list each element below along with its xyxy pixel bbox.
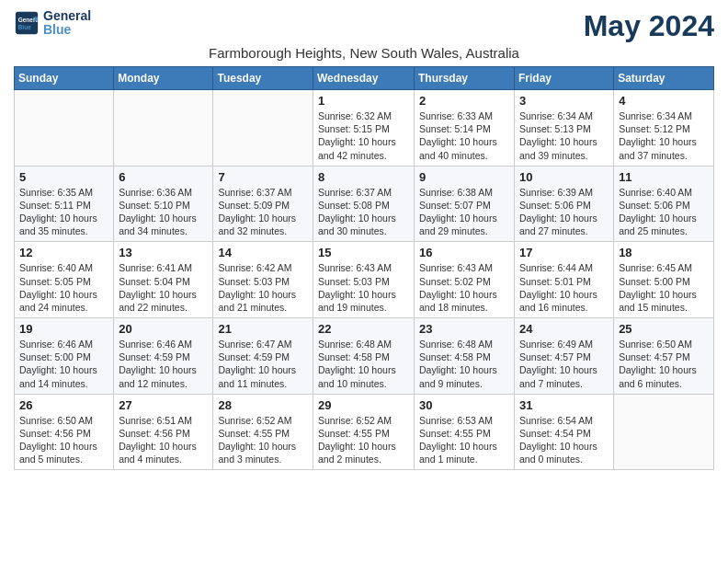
day-number: 25 [619, 322, 709, 336]
week-row-5: 26Sunrise: 6:50 AM Sunset: 4:56 PM Dayli… [15, 394, 714, 470]
day-number: 12 [19, 246, 108, 259]
day-number: 17 [519, 246, 609, 259]
day-number: 15 [318, 246, 409, 259]
day-content: Sunrise: 6:45 AM Sunset: 5:00 PM Dayligh… [619, 261, 709, 314]
week-row-4: 19Sunrise: 6:46 AM Sunset: 5:00 PM Dayli… [15, 318, 714, 395]
day-number: 4 [619, 94, 709, 108]
day-number: 31 [519, 398, 609, 412]
header-row: SundayMondayTuesdayWednesdayThursdayFrid… [15, 67, 714, 90]
logo: General Blue General Blue [14, 9, 91, 38]
day-number: 16 [419, 246, 509, 259]
header-saturday: Saturday [614, 67, 714, 90]
calendar-cell: 8Sunrise: 6:37 AM Sunset: 5:08 PM Daylig… [313, 166, 415, 242]
day-number: 7 [218, 170, 308, 184]
day-number: 20 [119, 322, 208, 336]
calendar-cell: 11Sunrise: 6:40 AM Sunset: 5:06 PM Dayli… [614, 166, 714, 242]
day-content: Sunrise: 6:40 AM Sunset: 5:06 PM Dayligh… [619, 186, 709, 238]
calendar-cell: 21Sunrise: 6:47 AM Sunset: 4:59 PM Dayli… [213, 318, 313, 395]
logo-text: General Blue [43, 9, 91, 38]
calendar-cell: 10Sunrise: 6:39 AM Sunset: 5:06 PM Dayli… [515, 166, 614, 242]
logo-icon: General Blue [14, 10, 40, 36]
header-monday: Monday [114, 67, 213, 90]
header-wednesday: Wednesday [313, 67, 415, 90]
day-content: Sunrise: 6:43 AM Sunset: 5:02 PM Dayligh… [419, 261, 509, 314]
day-number: 10 [519, 170, 609, 184]
day-content: Sunrise: 6:37 AM Sunset: 5:09 PM Dayligh… [218, 186, 308, 238]
calendar-cell: 13Sunrise: 6:41 AM Sunset: 5:04 PM Dayli… [114, 242, 213, 318]
day-content: Sunrise: 6:48 AM Sunset: 4:58 PM Dayligh… [318, 338, 409, 390]
day-content: Sunrise: 6:34 AM Sunset: 5:12 PM Dayligh… [619, 109, 709, 162]
day-content: Sunrise: 6:41 AM Sunset: 5:04 PM Dayligh… [119, 261, 208, 314]
header-friday: Friday [515, 67, 614, 90]
header-tuesday: Tuesday [213, 67, 313, 90]
day-number: 1 [318, 94, 409, 108]
day-content: Sunrise: 6:54 AM Sunset: 4:54 PM Dayligh… [519, 414, 609, 466]
day-number: 5 [19, 170, 108, 184]
day-content: Sunrise: 6:50 AM Sunset: 4:56 PM Dayligh… [19, 414, 108, 466]
day-content: Sunrise: 6:40 AM Sunset: 5:05 PM Dayligh… [19, 261, 108, 314]
day-number: 14 [218, 246, 308, 259]
week-row-1: 1Sunrise: 6:32 AM Sunset: 5:15 PM Daylig… [15, 90, 714, 167]
svg-text:Blue: Blue [18, 24, 31, 30]
day-number: 30 [419, 398, 509, 412]
day-number: 9 [419, 170, 509, 184]
day-number: 23 [419, 322, 509, 336]
calendar-cell: 6Sunrise: 6:36 AM Sunset: 5:10 PM Daylig… [114, 166, 213, 242]
day-number: 18 [619, 246, 709, 259]
calendar-cell [15, 90, 114, 167]
day-content: Sunrise: 6:49 AM Sunset: 4:57 PM Dayligh… [519, 338, 609, 390]
calendar-cell: 15Sunrise: 6:43 AM Sunset: 5:03 PM Dayli… [313, 242, 415, 318]
day-number: 3 [519, 94, 609, 108]
calendar-cell: 28Sunrise: 6:52 AM Sunset: 4:55 PM Dayli… [213, 394, 313, 470]
day-number: 22 [318, 322, 409, 336]
day-number: 29 [318, 398, 409, 412]
calendar-cell: 24Sunrise: 6:49 AM Sunset: 4:57 PM Dayli… [515, 318, 614, 395]
calendar-cell: 2Sunrise: 6:33 AM Sunset: 5:14 PM Daylig… [415, 90, 515, 167]
day-number: 28 [218, 398, 308, 412]
day-number: 24 [519, 322, 609, 336]
calendar-cell: 27Sunrise: 6:51 AM Sunset: 4:56 PM Dayli… [114, 394, 213, 470]
day-number: 13 [119, 246, 208, 259]
day-number: 19 [19, 322, 108, 336]
calendar-cell: 16Sunrise: 6:43 AM Sunset: 5:02 PM Dayli… [415, 242, 515, 318]
day-number: 2 [419, 94, 509, 108]
day-content: Sunrise: 6:33 AM Sunset: 5:14 PM Dayligh… [419, 109, 509, 162]
title-area: May 2024 [584, 9, 714, 43]
day-content: Sunrise: 6:51 AM Sunset: 4:56 PM Dayligh… [119, 414, 208, 466]
calendar-cell: 14Sunrise: 6:42 AM Sunset: 5:03 PM Dayli… [213, 242, 313, 318]
calendar-cell: 18Sunrise: 6:45 AM Sunset: 5:00 PM Dayli… [614, 242, 714, 318]
calendar-cell [114, 90, 213, 167]
day-content: Sunrise: 6:46 AM Sunset: 5:00 PM Dayligh… [19, 338, 108, 390]
calendar-table: SundayMondayTuesdayWednesdayThursdayFrid… [14, 66, 714, 470]
day-content: Sunrise: 6:38 AM Sunset: 5:07 PM Dayligh… [419, 186, 509, 238]
calendar-cell: 9Sunrise: 6:38 AM Sunset: 5:07 PM Daylig… [415, 166, 515, 242]
calendar-cell: 1Sunrise: 6:32 AM Sunset: 5:15 PM Daylig… [313, 90, 415, 167]
day-content: Sunrise: 6:48 AM Sunset: 4:58 PM Dayligh… [419, 338, 509, 390]
day-content: Sunrise: 6:39 AM Sunset: 5:06 PM Dayligh… [519, 186, 609, 238]
calendar-cell: 26Sunrise: 6:50 AM Sunset: 4:56 PM Dayli… [15, 394, 114, 470]
calendar-cell: 30Sunrise: 6:53 AM Sunset: 4:55 PM Dayli… [415, 394, 515, 470]
week-row-2: 5Sunrise: 6:35 AM Sunset: 5:11 PM Daylig… [15, 166, 714, 242]
calendar-cell [213, 90, 313, 167]
header-sunday: Sunday [15, 67, 114, 90]
calendar-cell: 4Sunrise: 6:34 AM Sunset: 5:12 PM Daylig… [614, 90, 714, 167]
calendar-cell: 25Sunrise: 6:50 AM Sunset: 4:57 PM Dayli… [614, 318, 714, 395]
day-content: Sunrise: 6:42 AM Sunset: 5:03 PM Dayligh… [218, 261, 308, 314]
page-header: General Blue General Blue May 2024 [14, 9, 714, 43]
main-title: May 2024 [584, 9, 714, 43]
day-content: Sunrise: 6:35 AM Sunset: 5:11 PM Dayligh… [19, 186, 108, 238]
calendar-cell: 3Sunrise: 6:34 AM Sunset: 5:13 PM Daylig… [515, 90, 614, 167]
day-content: Sunrise: 6:32 AM Sunset: 5:15 PM Dayligh… [318, 109, 409, 162]
calendar-cell: 5Sunrise: 6:35 AM Sunset: 5:11 PM Daylig… [15, 166, 114, 242]
day-content: Sunrise: 6:52 AM Sunset: 4:55 PM Dayligh… [318, 414, 409, 466]
day-content: Sunrise: 6:53 AM Sunset: 4:55 PM Dayligh… [419, 414, 509, 466]
day-content: Sunrise: 6:46 AM Sunset: 4:59 PM Dayligh… [119, 338, 208, 390]
calendar-cell: 23Sunrise: 6:48 AM Sunset: 4:58 PM Dayli… [415, 318, 515, 395]
calendar-cell: 29Sunrise: 6:52 AM Sunset: 4:55 PM Dayli… [313, 394, 415, 470]
calendar-cell: 7Sunrise: 6:37 AM Sunset: 5:09 PM Daylig… [213, 166, 313, 242]
calendar-cell: 22Sunrise: 6:48 AM Sunset: 4:58 PM Dayli… [313, 318, 415, 395]
day-content: Sunrise: 6:36 AM Sunset: 5:10 PM Dayligh… [119, 186, 208, 238]
header-thursday: Thursday [415, 67, 515, 90]
calendar-cell: 12Sunrise: 6:40 AM Sunset: 5:05 PM Dayli… [15, 242, 114, 318]
day-content: Sunrise: 6:34 AM Sunset: 5:13 PM Dayligh… [519, 109, 609, 162]
